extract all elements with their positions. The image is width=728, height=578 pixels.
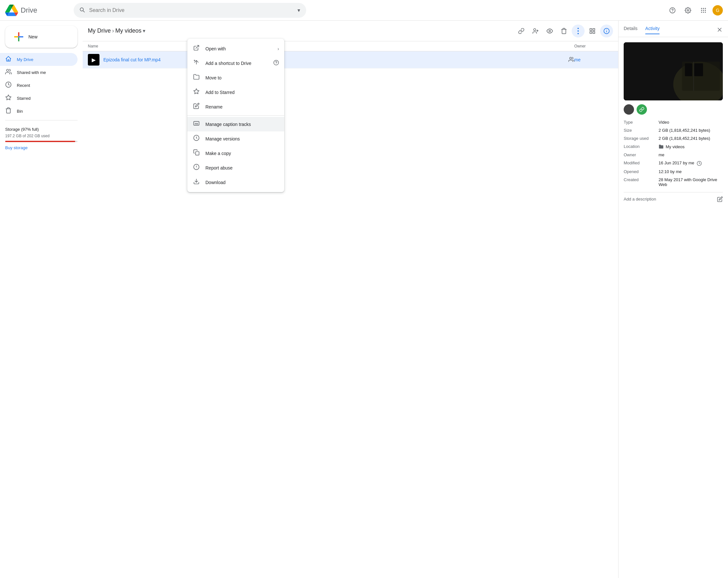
context-menu-overlay[interactable]: Open with › Add a shortcut to Drive Move… (0, 0, 728, 578)
menu-item-label: Move to (205, 75, 222, 80)
svg-marker-46 (194, 89, 199, 94)
help-circle-icon (273, 60, 279, 67)
menu-item-label: Make a copy (205, 151, 231, 156)
add-starred-icon (192, 88, 200, 96)
menu-item-download[interactable]: Download (187, 175, 284, 189)
menu-item-make-copy[interactable]: Make a copy (187, 146, 284, 160)
submenu-arrow-icon: › (278, 46, 279, 51)
svg-point-52 (196, 168, 197, 168)
copy-icon (192, 149, 200, 157)
download-icon (192, 178, 200, 186)
menu-item-label: Open with (205, 46, 226, 51)
report-icon (192, 164, 200, 172)
menu-item-label: Add to Starred (205, 90, 234, 95)
svg-point-45 (276, 63, 277, 64)
menu-item-add-starred[interactable]: Add to Starred (187, 85, 284, 100)
add-shortcut-icon (192, 59, 200, 67)
menu-item-label: Manage versions (205, 136, 240, 141)
menu-item-move-to[interactable]: Move to (187, 71, 284, 85)
cc-icon (192, 120, 200, 128)
menu-item-report-abuse[interactable]: Report abuse (187, 160, 284, 175)
move-to-icon (192, 74, 200, 82)
context-menu: Open with › Add a shortcut to Drive Move… (187, 39, 284, 192)
menu-item-manage-versions[interactable]: Manage versions (187, 131, 284, 146)
menu-item-add-shortcut[interactable]: Add a shortcut to Drive (187, 56, 284, 71)
menu-divider-1 (187, 115, 284, 115)
menu-item-label: Add a shortcut to Drive (205, 61, 251, 66)
menu-item-open-with[interactable]: Open with › (187, 41, 284, 56)
menu-item-label: Manage caption tracks (205, 122, 251, 127)
menu-item-label: Download (205, 180, 226, 185)
versions-icon (192, 135, 200, 143)
menu-item-label: Rename (205, 104, 223, 109)
svg-rect-43 (194, 60, 195, 61)
open-with-icon (192, 45, 200, 53)
svg-rect-49 (196, 152, 199, 155)
rename-icon (192, 103, 200, 111)
menu-item-label: Report abuse (205, 165, 233, 170)
menu-item-manage-caption[interactable]: Manage caption tracks (187, 117, 284, 131)
menu-item-rename[interactable]: Rename (187, 100, 284, 114)
svg-line-42 (196, 46, 199, 48)
